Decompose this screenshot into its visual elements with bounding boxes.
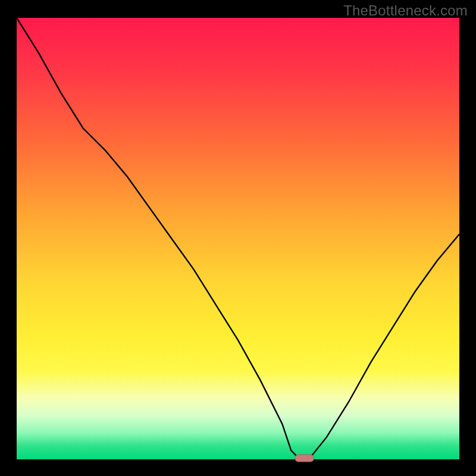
- watermark-text: TheBottleneck.com: [343, 2, 468, 19]
- optimal-marker: [295, 455, 314, 462]
- chart-frame: { "watermark": "TheBottleneck.com", "col…: [0, 0, 476, 476]
- bottleneck-chart: [0, 0, 476, 476]
- plot-background: [17, 18, 459, 459]
